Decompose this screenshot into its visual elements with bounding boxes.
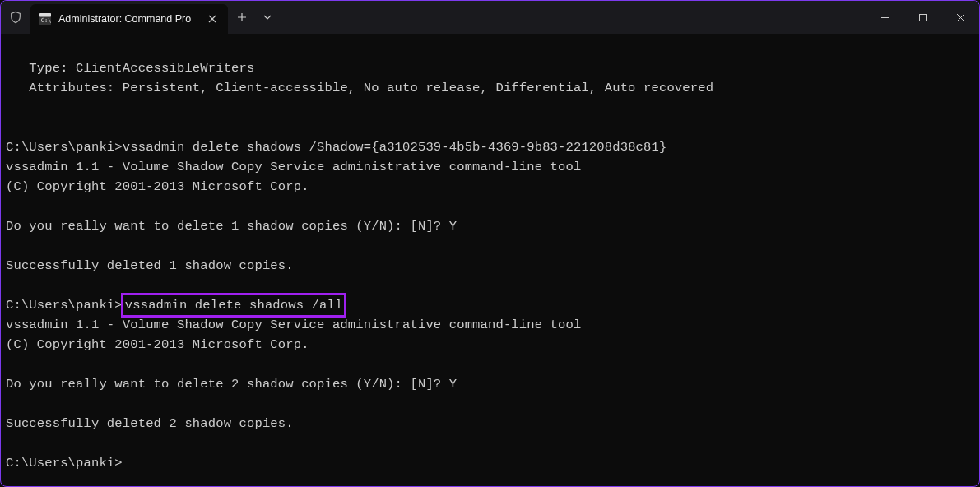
svg-rect-1 <box>39 13 51 16</box>
output-line: Attributes: Persistent, Client-accessibl… <box>6 81 713 95</box>
prompt: C:\Users\panki> <box>6 140 123 155</box>
titlebar: C:\ Administrator: Command Pro <box>1 1 979 34</box>
maximize-button[interactable] <box>903 1 941 34</box>
highlighted-command: vssadmin delete shadows /all <box>121 293 347 318</box>
output-line: (C) Copyright 2001-2013 Microsoft Corp. <box>6 337 309 352</box>
shield-icon <box>1 1 30 34</box>
svg-text:C:\: C:\ <box>41 17 51 24</box>
output-line: Do you really want to delete 2 shadow co… <box>6 377 457 392</box>
svg-rect-8 <box>919 14 926 21</box>
command-text: vssadmin delete shadows /Shadow={a310253… <box>123 140 667 155</box>
new-tab-button[interactable] <box>228 1 256 34</box>
prompt: C:\Users\panki> <box>6 298 123 313</box>
minimize-button[interactable] <box>866 1 903 34</box>
output-line: Successfully deleted 1 shadow copies. <box>6 258 294 273</box>
cmd-icon: C:\ <box>39 12 52 26</box>
terminal-output[interactable]: Type: ClientAccessibleWriters Attributes… <box>1 34 979 478</box>
command-text: vssadmin delete shadows /all <box>125 298 343 313</box>
cursor <box>123 456 123 471</box>
output-line: Do you really want to delete 1 shadow co… <box>6 219 457 234</box>
output-line: vssadmin 1.1 - Volume Shadow Copy Servic… <box>6 160 581 174</box>
output-line: (C) Copyright 2001-2013 Microsoft Corp. <box>6 179 309 194</box>
tab-title: Administrator: Command Pro <box>58 13 198 25</box>
output-line: Successfully deleted 2 shadow copies. <box>6 416 294 431</box>
window-controls <box>866 1 979 34</box>
close-button[interactable] <box>941 1 979 34</box>
tab-dropdown-button[interactable] <box>256 1 279 34</box>
output-line: Type: ClientAccessibleWriters <box>6 61 254 76</box>
active-tab[interactable]: C:\ Administrator: Command Pro <box>30 4 228 34</box>
output-line: vssadmin 1.1 - Volume Shadow Copy Servic… <box>6 318 581 332</box>
prompt: C:\Users\panki> <box>6 456 123 471</box>
tab-close-button[interactable] <box>205 12 220 26</box>
